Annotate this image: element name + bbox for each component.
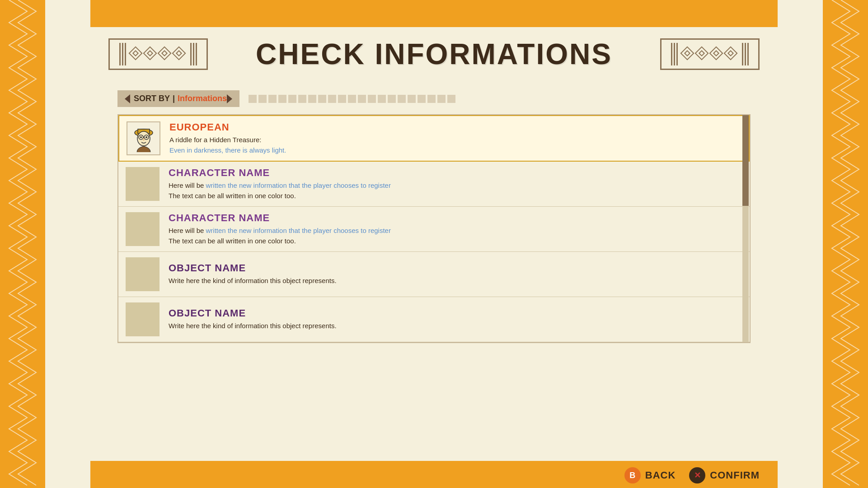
sort-arrow-left-icon bbox=[125, 94, 130, 103]
item-desc-plain: A riddle for a Hidden Treasure: bbox=[169, 136, 261, 144]
list-item[interactable]: CHARACTER NAME Here will be written the … bbox=[118, 162, 750, 207]
page-dot bbox=[249, 95, 257, 103]
confirm-button[interactable]: ✕ CONFIRM bbox=[689, 467, 760, 483]
back-button-label: BACK bbox=[645, 469, 676, 481]
diamond-pattern-left bbox=[131, 48, 186, 60]
item-description-char1: Here will be written the new information… bbox=[169, 181, 742, 201]
svg-point-6 bbox=[145, 136, 147, 138]
list-item[interactable]: OBJECT NAME Write here the kind of infor… bbox=[118, 297, 750, 342]
main-content: CHECK INFORMATIONS bbox=[45, 0, 823, 488]
item-title-char2: CHARACTER NAME bbox=[169, 212, 742, 224]
item-content-char2: CHARACTER NAME Here will be written the … bbox=[169, 212, 742, 246]
item-desc-plain: Write here the kind of information this … bbox=[169, 277, 337, 284]
deco-line bbox=[671, 43, 672, 65]
page-dot bbox=[318, 95, 326, 103]
right-zigzag-pattern bbox=[823, 0, 868, 488]
header-decoration-right bbox=[660, 38, 760, 70]
page-dot bbox=[348, 95, 356, 103]
sort-value: Informations bbox=[178, 94, 227, 103]
diamond-pattern-right bbox=[682, 48, 737, 60]
page-dot bbox=[288, 95, 296, 103]
svg-point-5 bbox=[140, 136, 142, 138]
page-dot bbox=[427, 95, 436, 103]
svg-point-10 bbox=[143, 138, 145, 141]
page-dot bbox=[388, 95, 396, 103]
deco-line bbox=[122, 43, 123, 65]
item-title-char1: CHARACTER NAME bbox=[169, 167, 742, 179]
page-dot bbox=[328, 95, 336, 103]
page-dot bbox=[408, 95, 416, 103]
deco-line bbox=[676, 43, 678, 65]
top-strip bbox=[90, 0, 778, 27]
page-dot bbox=[398, 95, 406, 103]
content-area: SORT BY | Informations bbox=[90, 81, 778, 461]
header: CHECK INFORMATIONS bbox=[90, 27, 778, 81]
item-desc-highlight: written the new information that the pla… bbox=[206, 227, 391, 234]
list-item[interactable]: EUROPEAN A riddle for a Hidden Treasure:… bbox=[118, 115, 750, 162]
page-dot bbox=[437, 95, 446, 103]
deco-line bbox=[193, 43, 194, 65]
sort-arrow-right-icon bbox=[227, 94, 232, 103]
scrollbar-track bbox=[742, 115, 749, 342]
item-title-european: EUROPEAN bbox=[169, 121, 741, 133]
page-title: CHECK INFORMATIONS bbox=[221, 37, 647, 71]
page-dot bbox=[447, 95, 455, 103]
item-avatar-empty bbox=[126, 212, 160, 246]
page-dot bbox=[258, 95, 267, 103]
page-dot bbox=[308, 95, 316, 103]
page-dot bbox=[418, 95, 426, 103]
confirm-button-icon: ✕ bbox=[689, 467, 705, 483]
item-desc-plain: Here will be bbox=[169, 227, 206, 234]
sort-bar: SORT BY | Informations bbox=[117, 90, 751, 107]
header-decoration-left bbox=[108, 38, 208, 70]
deco-line bbox=[742, 43, 743, 65]
item-desc-highlight: written the new information that the pla… bbox=[206, 181, 391, 189]
back-button[interactable]: B BACK bbox=[624, 467, 676, 483]
list-container: EUROPEAN A riddle for a Hidden Treasure:… bbox=[117, 114, 751, 343]
list-item[interactable]: CHARACTER NAME Here will be written the … bbox=[118, 207, 750, 252]
page-dot bbox=[358, 95, 366, 103]
item-desc-plain: Write here the kind of information this … bbox=[169, 322, 337, 330]
pagination-area bbox=[249, 95, 455, 103]
back-button-icon: B bbox=[624, 467, 641, 483]
page-dot bbox=[268, 95, 277, 103]
item-desc-highlight: Even in darkness, there is always light. bbox=[169, 146, 286, 154]
item-avatar-empty bbox=[126, 167, 160, 201]
item-desc-second: The text can be all written in one color… bbox=[169, 192, 296, 200]
item-avatar-empty bbox=[126, 302, 160, 336]
deco-line bbox=[190, 43, 192, 65]
deco-line bbox=[196, 43, 197, 65]
sort-dropdown[interactable]: SORT BY | Informations bbox=[117, 90, 239, 107]
deco-line bbox=[119, 43, 121, 65]
item-title-obj2: OBJECT NAME bbox=[169, 307, 742, 319]
item-content-char1: CHARACTER NAME Here will be written the … bbox=[169, 167, 742, 201]
page-dot bbox=[338, 95, 346, 103]
page-dot bbox=[278, 95, 286, 103]
deco-line bbox=[747, 43, 749, 65]
page-dot bbox=[378, 95, 386, 103]
item-description-char2: Here will be written the new information… bbox=[169, 226, 742, 246]
confirm-button-label: CONFIRM bbox=[710, 469, 760, 481]
deco-line bbox=[674, 43, 675, 65]
list-item[interactable]: OBJECT NAME Write here the kind of infor… bbox=[118, 252, 750, 297]
item-content-obj1: OBJECT NAME Write here the kind of infor… bbox=[169, 257, 742, 291]
item-content-obj2: OBJECT NAME Write here the kind of infor… bbox=[169, 302, 742, 336]
sort-label: SORT BY bbox=[134, 94, 170, 103]
page-dot bbox=[368, 95, 376, 103]
scrollbar-thumb[interactable] bbox=[742, 115, 749, 206]
item-desc-second: The text can be all written in one color… bbox=[169, 237, 296, 245]
item-avatar-european bbox=[127, 121, 160, 155]
item-description-obj1: Write here the kind of information this … bbox=[169, 276, 742, 286]
right-border bbox=[823, 0, 868, 488]
left-zigzag-pattern bbox=[0, 0, 45, 488]
item-description-european: A riddle for a Hidden Treasure: Even in … bbox=[169, 135, 741, 155]
item-content-european: EUROPEAN A riddle for a Hidden Treasure:… bbox=[169, 121, 741, 155]
deco-line bbox=[745, 43, 746, 65]
deco-line bbox=[125, 43, 126, 65]
left-border bbox=[0, 0, 45, 488]
page-dot bbox=[298, 95, 306, 103]
item-avatar-empty bbox=[126, 257, 160, 291]
sort-separator: | bbox=[173, 94, 175, 103]
european-character-icon bbox=[128, 123, 160, 154]
item-desc-plain: Here will be bbox=[169, 181, 206, 189]
